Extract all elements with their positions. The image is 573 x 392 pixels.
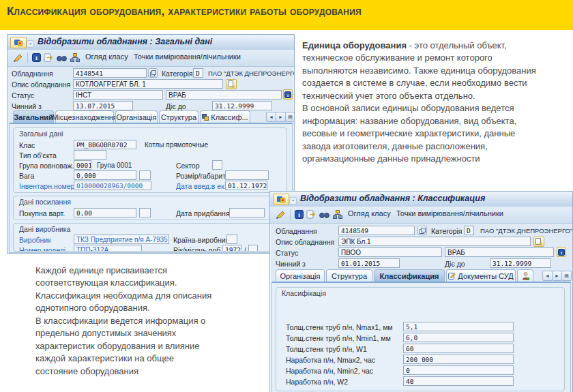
acquisition-date-input[interactable] [229,208,265,217]
tab-documents[interactable]: Документы СУД [446,269,516,282]
exit-icon[interactable] [306,209,317,220]
svg-text:i: i [287,93,289,98]
window-menu-dropdown[interactable]: ▪ [27,40,34,48]
auth-group-input[interactable]: 0001 [74,160,91,170]
description-input[interactable]: КОТЛОАГРЕГАТ БЛ. 1 [73,79,223,89]
tab-organization[interactable]: Організація [115,110,158,123]
category-input[interactable]: D [193,68,203,78]
weight-input[interactable]: 0,000 [74,170,136,180]
characteristic-label: Толщ.стенк труб п/н, Nmax1, мм [286,323,393,331]
class-input[interactable]: PM_BBGOBR0702 [74,140,136,149]
category-label: Категорія [431,227,462,235]
window-menu-dropdown[interactable]: ▪ [289,197,297,205]
group-title: Дані посилання [19,198,71,206]
characteristic-input[interactable]: 5,1 [403,322,514,331]
valid-from-input[interactable]: 13.07.2015 [73,101,133,110]
slide-title-bar: Классификация оборудования, характеристи… [0,0,573,30]
description-label: Опис обладнання [12,80,70,89]
window-title: Відобразити обладнання : Загальні дані [38,37,212,46]
measuring-points-button[interactable]: Точки вимірювання/лічильники [396,209,503,217]
svg-text:i: i [561,250,562,256]
inventory-input[interactable]: 010000028963/0000 [74,181,151,190]
valid-to-label: Діє до [445,260,465,268]
edit-pencil-icon[interactable] [11,52,25,63]
country-label: Країна-виробник [173,236,229,244]
class-overview-button[interactable]: Огляд класу [348,209,391,217]
equipment-input[interactable]: 4148549 [338,226,415,235]
model-label[interactable]: Номер моделі [19,246,65,252]
characteristic-input[interactable]: 40 [403,376,514,386]
size-input[interactable] [225,170,269,180]
hierarchy-icon[interactable] [332,209,344,220]
status-info-icon[interactable]: i [557,247,566,257]
matchcode-icon[interactable] [148,68,158,78]
tab-structure[interactable]: Структура [326,269,372,282]
sap-window-menu-icon[interactable] [10,37,27,48]
long-text-icon[interactable] [533,237,544,247]
description-input[interactable]: ЭПК Бл.1 [338,237,531,246]
status-input-2[interactable]: ВРАБ [166,90,282,100]
currency-input[interactable] [139,208,151,217]
group-general-data: Загальні дані Клас PM_BBGOBR0702 Котлы п… [13,127,287,193]
measuring-points-button[interactable]: Точки вимірювання/лічильники [134,52,241,61]
category-input[interactable]: D [464,226,474,235]
class-overview-button[interactable]: Огляд класу [85,52,128,61]
tab-list-icon[interactable]: ▤ [285,112,295,122]
startup-date-label[interactable]: Дата введ.в ек. [176,182,226,190]
status-input-1[interactable]: ПВОО [338,247,442,257]
tab-classification[interactable]: Классиф... [200,110,250,123]
tab-scroll-right-icon[interactable]: ► [276,112,286,122]
auth-group-text: Група 0001 [97,162,132,169]
status-info-icon[interactable]: i [283,89,293,100]
build-month-input[interactable] [248,245,258,252]
tab-location[interactable]: Місцезнаходження [55,110,114,123]
info-icon[interactable]: i [293,209,304,220]
tab-scroll-right-icon[interactable]: ► [552,271,562,281]
long-text-icon[interactable] [226,79,237,89]
status-input-1[interactable]: ІНСТ [73,90,163,100]
valid-to-input[interactable]: 31.12.9999 [490,258,551,268]
status-input-2[interactable]: ВРАБ [445,247,554,257]
tab-classification[interactable]: Классификация [374,269,445,282]
binoculars-icon[interactable] [318,209,330,220]
company-text: ПАО "ДТЭК ДНЕПРОЭНЕРГО" [208,70,295,77]
sector-input[interactable] [212,160,222,170]
valid-from-input[interactable]: 01.01.2015 [338,258,400,268]
equipment-input[interactable]: 4148541 [73,68,147,78]
edit-pencil-icon[interactable] [274,209,287,220]
manufacturer-input[interactable]: ТКЗ Предприятие п/я А-7935 [74,235,169,244]
valid-to-input[interactable]: 31.12.9999 [212,101,272,110]
tab-structure[interactable]: Структура [159,110,199,123]
tab-organization[interactable]: Організація [276,269,325,282]
startup-date-input[interactable]: 01.12.1972 [225,181,267,190]
tab-documents-label: Документы СУД [458,272,513,280]
inventory-label[interactable]: Інвентарн.номер [19,182,74,190]
characteristic-input[interactable]: 60 [403,344,514,353]
build-year-input[interactable]: 1972 [222,245,241,252]
tab-general[interactable]: Загальний [13,110,54,123]
exit-icon[interactable] [43,52,54,63]
toolbar-separator [27,52,28,63]
sap-window-menu-icon[interactable] [273,194,289,205]
equipment-unit-text: Единица оборудования - это отдельный объ… [302,40,572,166]
classification-icon [202,114,209,121]
info-icon[interactable]: i [31,52,42,63]
matchcode-icon[interactable] [417,226,427,235]
binoculars-icon[interactable] [55,52,68,63]
hierarchy-icon[interactable] [69,52,81,63]
tab-partner[interactable] [517,269,533,282]
country-input[interactable] [226,235,237,244]
characteristic-input[interactable]: 200 000 [403,355,514,364]
acquisition-value-input[interactable]: 0,00 [74,208,136,217]
tab-scroll-left-icon[interactable]: ◄ [542,271,553,281]
company-text: ПАО "ДТЭК ДНЕПРОЭНЕРГО" [480,227,572,235]
weight-unit-input[interactable] [139,170,151,180]
tab-list-icon[interactable]: ▤ [561,271,572,281]
tab-scroll-left-icon[interactable]: ◄ [266,112,276,122]
model-input[interactable]: ТПП-312А [74,245,142,252]
group-manufacturer-data: Дані виробника Виробник ТКЗ Предприятие … [13,223,287,252]
characteristic-input[interactable]: 6,0 [403,333,514,342]
object-type-input[interactable] [74,150,106,160]
manufacturer-label[interactable]: Виробник [19,236,51,244]
characteristic-input[interactable]: 0 [403,365,514,375]
